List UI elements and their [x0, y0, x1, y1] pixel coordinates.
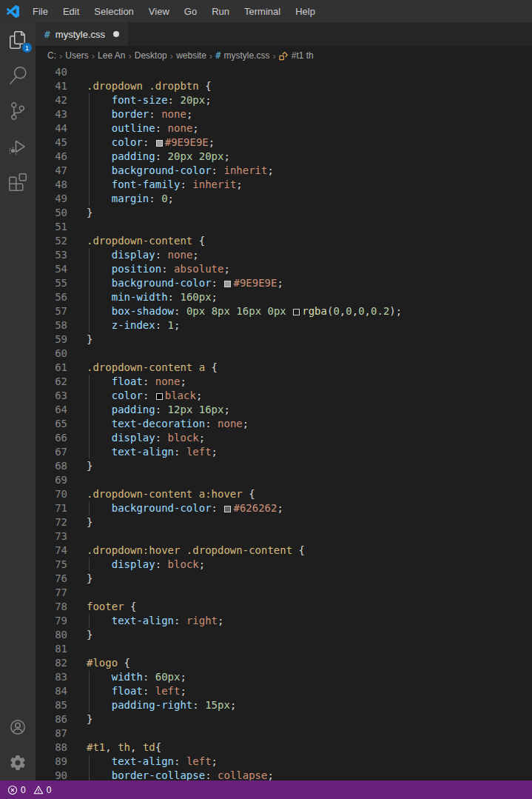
line-number[interactable]: 48	[36, 178, 67, 192]
code-line-61[interactable]: 61.dropdown-content a {	[36, 361, 532, 375]
line-number[interactable]: 74	[36, 544, 67, 558]
line-number[interactable]: 68	[36, 459, 67, 473]
line-number[interactable]: 66	[36, 431, 67, 445]
line-number[interactable]: 88	[36, 741, 67, 755]
line-content[interactable]: color: #9E9E9E;	[67, 136, 215, 150]
code-line-57[interactable]: 57 box-shadow: 0px 8px 16px 0px rgba(0,0…	[36, 304, 532, 318]
line-number[interactable]: 50	[36, 206, 67, 220]
code-line-77[interactable]: 77	[36, 586, 532, 600]
activity-source-control-button[interactable]	[0, 93, 36, 129]
code-line-40[interactable]: 40	[36, 65, 532, 79]
line-content[interactable]: text-decoration: none;	[67, 417, 249, 431]
line-content[interactable]: }	[67, 515, 92, 529]
activity-accounts-button[interactable]	[0, 709, 36, 745]
line-content[interactable]: #logo {	[67, 656, 130, 670]
color-swatch-icon[interactable]	[224, 281, 231, 287]
line-content[interactable]: background-color: #626262;	[67, 501, 283, 515]
line-content[interactable]: .dropdown-content {	[67, 234, 205, 248]
menu-item-view[interactable]: View	[141, 0, 177, 22]
code-line-82[interactable]: 82#logo {	[36, 656, 532, 670]
line-content[interactable]: }	[67, 712, 92, 726]
line-content[interactable]: .dropdown .dropbtn {	[67, 79, 212, 93]
line-number[interactable]: 51	[36, 220, 67, 234]
line-number[interactable]: 70	[36, 487, 67, 501]
line-number[interactable]: 80	[36, 628, 67, 642]
line-number[interactable]: 71	[36, 501, 67, 515]
line-number[interactable]: 81	[36, 642, 67, 656]
line-content[interactable]: }	[67, 206, 92, 220]
line-number[interactable]: 62	[36, 375, 67, 389]
line-content[interactable]: display: block;	[67, 431, 205, 445]
code-line-43[interactable]: 43 border: none;	[36, 107, 532, 121]
code-line-41[interactable]: 41.dropdown .dropbtn {	[36, 79, 532, 93]
color-swatch-icon[interactable]	[293, 309, 300, 315]
line-content[interactable]	[67, 347, 87, 361]
line-number[interactable]: 89	[36, 755, 67, 769]
line-number[interactable]: 65	[36, 417, 67, 431]
code-line-52[interactable]: 52.dropdown-content {	[36, 234, 532, 248]
code-line-85[interactable]: 85 padding-right: 15px;	[36, 698, 532, 712]
breadcrumb-item-drive[interactable]: C:	[47, 50, 56, 61]
code-line-66[interactable]: 66 display: block;	[36, 431, 532, 445]
code-line-58[interactable]: 58 z-index: 1;	[36, 318, 532, 332]
menu-item-go[interactable]: Go	[177, 0, 204, 22]
line-number[interactable]: 60	[36, 347, 67, 361]
code-line-51[interactable]: 51	[36, 220, 532, 234]
line-content[interactable]: }	[67, 332, 92, 347]
menu-item-edit[interactable]: Edit	[55, 0, 87, 22]
code-line-62[interactable]: 62 float: none;	[36, 375, 532, 389]
line-number[interactable]: 72	[36, 515, 67, 529]
line-number[interactable]: 90	[36, 769, 67, 780]
line-number[interactable]: 52	[36, 234, 67, 248]
modified-dot-icon[interactable]	[113, 31, 119, 37]
line-number[interactable]: 76	[36, 572, 67, 586]
line-number[interactable]: 77	[36, 586, 67, 600]
line-content[interactable]: footer {	[67, 600, 136, 614]
code-line-88[interactable]: 88#t1, th, td{	[36, 741, 532, 755]
line-content[interactable]: font-family: inherit;	[67, 178, 243, 192]
code-line-73[interactable]: 73	[36, 529, 532, 544]
activity-explorer-button[interactable]: 1	[0, 22, 36, 58]
line-number[interactable]: 45	[36, 136, 67, 150]
line-number[interactable]: 79	[36, 614, 67, 628]
line-content[interactable]: text-align: left;	[67, 445, 218, 459]
line-content[interactable]: margin: 0;	[67, 192, 174, 206]
line-number[interactable]: 78	[36, 600, 67, 614]
line-content[interactable]	[67, 529, 87, 544]
code-line-54[interactable]: 54 position: absolute;	[36, 262, 532, 276]
code-line-63[interactable]: 63 color: black;	[36, 389, 532, 403]
code-line-90[interactable]: 90 border-collapse: collapse;	[36, 769, 532, 780]
line-number[interactable]: 40	[36, 65, 67, 79]
line-number[interactable]: 41	[36, 79, 67, 93]
line-content[interactable]	[67, 473, 87, 487]
line-number[interactable]: 46	[36, 150, 67, 164]
line-content[interactable]: position: absolute;	[67, 262, 230, 276]
line-number[interactable]: 82	[36, 656, 67, 670]
line-number[interactable]: 54	[36, 262, 67, 276]
code-line-83[interactable]: 83 width: 60px;	[36, 670, 532, 684]
line-content[interactable]: background-color: inherit;	[67, 164, 274, 178]
breadcrumb-item-symbol[interactable]: #t1 th	[279, 50, 314, 61]
line-number[interactable]: 69	[36, 473, 67, 487]
color-swatch-icon[interactable]	[156, 393, 163, 400]
breadcrumb-item-file[interactable]: # mystyle.css	[215, 50, 269, 61]
line-content[interactable]	[67, 642, 87, 656]
line-content[interactable]: z-index: 1;	[67, 318, 180, 332]
line-content[interactable]: .dropdown-content a:hover {	[67, 487, 255, 501]
code-line-84[interactable]: 84 float: left;	[36, 684, 532, 698]
line-number[interactable]: 73	[36, 529, 67, 544]
line-number[interactable]: 44	[36, 121, 67, 136]
code-line-48[interactable]: 48 font-family: inherit;	[36, 178, 532, 192]
line-number[interactable]: 84	[36, 684, 67, 698]
menu-item-selection[interactable]: Selection	[87, 0, 141, 22]
code-line-60[interactable]: 60	[36, 347, 532, 361]
line-number[interactable]: 58	[36, 318, 67, 332]
line-number[interactable]: 59	[36, 332, 67, 347]
code-line-78[interactable]: 78footer {	[36, 600, 532, 614]
line-content[interactable]: padding-right: 15px;	[67, 698, 236, 712]
breadcrumb-item-lee-an[interactable]: Lee An	[98, 50, 125, 61]
line-content[interactable]	[67, 726, 87, 741]
line-number[interactable]: 57	[36, 304, 67, 318]
code-line-55[interactable]: 55 background-color: #9E9E9E;	[36, 276, 532, 290]
activity-run-debug-button[interactable]	[0, 129, 36, 164]
